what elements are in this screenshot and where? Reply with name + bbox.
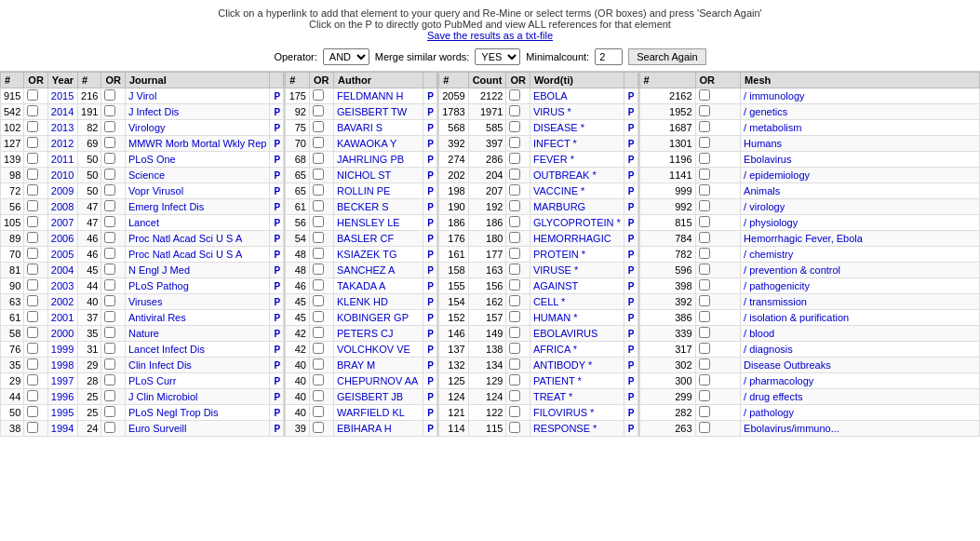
journal-p[interactable]: P [270,231,284,247]
word-name[interactable]: AFRICA * [530,342,624,358]
word-p[interactable]: P [624,120,638,136]
merge-select[interactable]: YES NO [475,48,520,65]
author-name[interactable]: GEISBERT TW [333,104,423,120]
mesh-name[interactable]: / pathogenicity [741,278,980,294]
author-p[interactable]: P [423,247,437,263]
author-p[interactable]: P [423,373,437,389]
author-or-check[interactable] [309,120,333,136]
journal-p[interactable]: P [270,120,284,136]
journal-p[interactable]: P [270,421,284,437]
author-name[interactable]: FELDMANN H [333,88,423,104]
journal-p[interactable]: P [270,342,284,358]
journal-name[interactable]: Lancet Infect Dis [125,342,270,358]
author-name[interactable]: NICHOL ST [333,168,423,183]
journal-name[interactable]: Proc Natl Acad Sci U S A [125,247,270,263]
word-p[interactable]: P [624,358,638,373]
journal-year[interactable]: 2003 [47,278,77,294]
journal-p[interactable]: P [270,88,284,104]
journal-or-check2[interactable] [101,421,126,437]
mesh-or-check[interactable] [695,231,741,247]
mesh-name[interactable]: / pathology [741,405,980,421]
journal-or-check[interactable] [24,373,48,389]
word-p[interactable]: P [624,199,638,215]
author-p[interactable]: P [423,421,437,437]
author-or-check[interactable] [309,358,333,373]
journal-name[interactable]: PLoS Curr [125,373,270,389]
author-name[interactable]: TAKADA A [333,278,423,294]
word-name[interactable]: AGAINST [530,278,624,294]
mesh-or-check[interactable] [695,389,741,405]
journal-year[interactable]: 2011 [47,152,77,168]
journal-p[interactable]: P [270,373,284,389]
operator-select[interactable]: AND OR [323,48,369,65]
word-p[interactable]: P [624,310,638,326]
mesh-or-check[interactable] [695,373,741,389]
author-or-check[interactable] [309,389,333,405]
journal-or-check[interactable] [24,231,48,247]
author-name[interactable]: PETERS CJ [333,326,423,342]
journal-p[interactable]: P [270,104,284,120]
author-p[interactable]: P [423,405,437,421]
journal-name[interactable]: Vopr Virusol [125,183,270,199]
mesh-or-check[interactable] [695,247,741,263]
journal-or-check2[interactable] [101,294,126,310]
journal-year[interactable]: 1994 [47,421,77,437]
word-or-check[interactable] [506,215,530,231]
journal-year[interactable]: 2015 [47,88,77,104]
word-name[interactable]: MARBURG [530,199,624,215]
mesh-or-check[interactable] [695,104,741,120]
mesh-name[interactable]: / diagnosis [741,342,980,358]
journal-name[interactable]: Lancet [125,215,270,231]
journal-year[interactable]: 2014 [47,104,77,120]
word-or-check[interactable] [506,104,530,120]
word-name[interactable]: CELL * [530,294,624,310]
mesh-or-check[interactable] [695,326,741,342]
word-name[interactable]: PATIENT * [530,373,624,389]
journal-year[interactable]: 2004 [47,263,77,278]
mesh-name[interactable]: / chemistry [741,247,980,263]
author-name[interactable]: KSIAZEK TG [333,247,423,263]
author-name[interactable]: KOBINGER GP [333,310,423,326]
journal-or-check2[interactable] [101,215,126,231]
mesh-or-check[interactable] [695,405,741,421]
journal-or-check2[interactable] [101,310,126,326]
author-or-check[interactable] [309,104,333,120]
word-or-check[interactable] [506,263,530,278]
word-name[interactable]: GLYCOPROTEIN * [530,215,624,231]
author-or-check[interactable] [309,215,333,231]
word-or-check[interactable] [506,294,530,310]
author-p[interactable]: P [423,215,437,231]
mesh-name[interactable]: / drug effects [741,389,980,405]
mesh-name[interactable]: / isolation & purification [741,310,980,326]
journal-or-check[interactable] [24,183,48,199]
mincount-input[interactable] [595,48,623,65]
word-p[interactable]: P [624,326,638,342]
word-p[interactable]: P [624,104,638,120]
journal-p[interactable]: P [270,215,284,231]
mesh-or-check[interactable] [695,342,741,358]
journal-year[interactable]: 2006 [47,231,77,247]
author-name[interactable]: ROLLIN PE [333,183,423,199]
journal-or-check[interactable] [24,263,48,278]
word-p[interactable]: P [624,183,638,199]
mesh-or-check[interactable] [695,310,741,326]
author-or-check[interactable] [309,231,333,247]
journal-or-check[interactable] [24,389,48,405]
word-p[interactable]: P [624,294,638,310]
word-or-check[interactable] [506,421,530,437]
word-or-check[interactable] [506,88,530,104]
mesh-name[interactable]: Humans [741,136,980,152]
journal-or-check[interactable] [24,88,48,104]
author-p[interactable]: P [423,199,437,215]
author-name[interactable]: KAWAOKA Y [333,136,423,152]
word-or-check[interactable] [506,183,530,199]
journal-or-check2[interactable] [101,120,126,136]
author-or-check[interactable] [309,199,333,215]
mesh-or-check[interactable] [695,294,741,310]
author-p[interactable]: P [423,358,437,373]
journal-p[interactable]: P [270,263,284,278]
author-p[interactable]: P [423,278,437,294]
word-p[interactable]: P [624,421,638,437]
word-p[interactable]: P [624,168,638,183]
word-p[interactable]: P [624,231,638,247]
